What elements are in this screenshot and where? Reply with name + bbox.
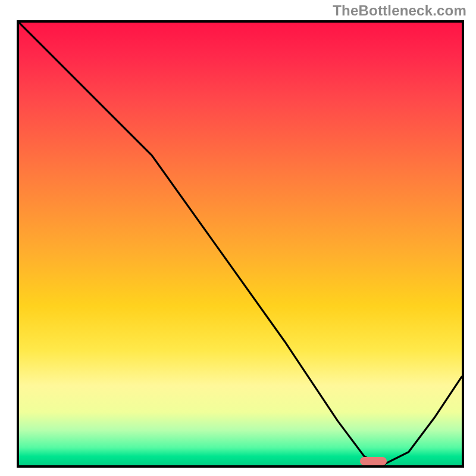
bottleneck-curve (19, 23, 462, 465)
attribution-text: TheBottleneck.com (333, 2, 466, 19)
plot-area (17, 20, 464, 468)
chart-container: TheBottleneck.com (0, 0, 476, 476)
optimal-marker (360, 457, 387, 465)
